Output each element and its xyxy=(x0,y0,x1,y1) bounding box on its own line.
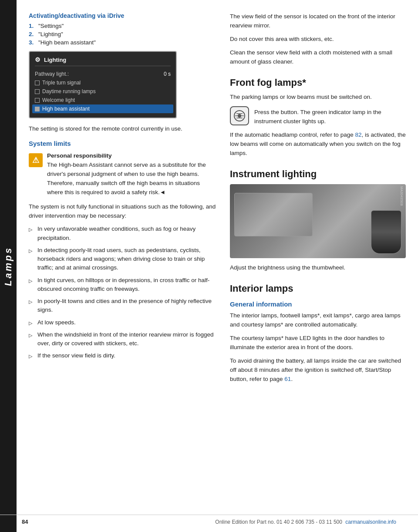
fog-button-text: Press the button. The green indicator la… xyxy=(254,106,406,126)
bullet-list: ▷ In very unfavorable weather conditions… xyxy=(29,225,216,360)
idrive-screen: ⚙ Lighting Pathway light.: 0 s Triple tu… xyxy=(29,51,177,118)
step-1-text: "Settings" xyxy=(38,23,64,29)
footer-edition: Online Edition for Part no. 01 40 2 606 … xyxy=(215,519,396,525)
activating-title: Activating/deactivating via iDrive xyxy=(29,12,216,19)
watermark-text: MA30435EB xyxy=(400,186,404,206)
fog-icon-row: Press the button. The green indicator la… xyxy=(230,106,406,126)
step-2-text: "Lighting" xyxy=(38,31,63,37)
idrive-row-pathway: Pathway light.: 0 s xyxy=(35,70,171,78)
page-footer: 84 Online Edition for Part no. 01 40 2 6… xyxy=(0,515,418,525)
instrument-title: Instrument lighting xyxy=(230,168,406,180)
fog-page-link: 82 xyxy=(355,131,361,138)
instrument-image: MA30435EB xyxy=(230,184,406,258)
fog-lamp-svg xyxy=(233,109,246,122)
bullet-7-text: If the sensor view field is dirty. xyxy=(37,351,115,360)
warning-content: Personal responsibility The High-beam As… xyxy=(47,152,216,197)
idrive-row-daytime-left: Daytime running lamps xyxy=(35,88,96,94)
bullet-arrow-1: ▷ xyxy=(29,226,34,242)
dashboard-image-part xyxy=(234,193,313,236)
sensor-para1: The view field of the sensor is located … xyxy=(230,12,406,30)
right-column: The view field of the sensor is located … xyxy=(230,12,406,388)
fog-para: If the automatic headlamp control, refer… xyxy=(230,131,406,158)
system-para: The system is not fully functional in si… xyxy=(29,202,216,221)
fog-lamps-title: Front fog lamps* xyxy=(230,77,406,88)
triple-label: Triple turn signal xyxy=(42,80,81,86)
bullet-6-text: When the windshield in front of the inte… xyxy=(37,330,216,348)
idrive-row-highbeam-left: High beam assistant xyxy=(35,106,90,112)
welcome-label: Welcome light xyxy=(42,97,75,103)
general-title: General information xyxy=(230,300,406,308)
idrive-row-pathway-left: Pathway light.: xyxy=(35,71,69,77)
bullet-4: ▷ In poorly-lit towns and cities and in … xyxy=(29,297,216,315)
bullet-arrow-7: ▷ xyxy=(29,353,34,360)
step-3-num: 3. xyxy=(29,39,36,46)
highbeam-label: High beam assistant xyxy=(42,106,90,112)
bullet-3-text: In tight curves, on hilltops or in depre… xyxy=(37,276,216,294)
bullet-2-text: In detecting poorly-lit road users, such… xyxy=(37,246,216,273)
thumbwheel-image-part xyxy=(371,210,401,254)
idrive-header-label: Lighting xyxy=(44,57,66,63)
bullet-2: ▷ In detecting poorly-lit road users, su… xyxy=(29,246,216,273)
gear-icon: ⚙ xyxy=(35,56,40,63)
edition-text: Online Edition for Part no. 01 40 2 606 … xyxy=(215,519,342,525)
sensor-para3: Clean the sensor view field with a cloth… xyxy=(230,48,406,67)
system-limits-title: System limits xyxy=(29,140,216,147)
fog-lamp-button-icon xyxy=(230,106,249,125)
steps-list: 1. "Settings" 2. "Lighting" 3. "High bea… xyxy=(29,23,216,46)
sidebar-label: Lamps xyxy=(3,246,14,286)
general-para1: The interior lamps, footwell lamps*, exi… xyxy=(230,311,406,330)
bullet-arrow-6: ▷ xyxy=(29,332,34,348)
setting-stored-text: The setting is stored for the remote con… xyxy=(29,125,216,134)
bullet-3: ▷ In tight curves, on hilltops or in dep… xyxy=(29,276,216,294)
instrument-para: Adjust the brightness using the thumbwhe… xyxy=(230,263,406,273)
idrive-row-triple: Triple turn signal xyxy=(35,78,171,87)
general-para3: To avoid draining the battery, all lamps… xyxy=(230,357,406,384)
footer-site: carmanualsonline.info xyxy=(345,519,396,525)
triple-checkbox xyxy=(35,81,40,85)
bullet-5-text: At low speeds. xyxy=(37,318,76,327)
general-page-link: 61 xyxy=(284,376,291,382)
bullet-1: ▷ In very unfavorable weather conditions… xyxy=(29,225,216,242)
idrive-row-highbeam: High beam assistant xyxy=(32,104,173,113)
general-para2: The courtesy lamps* have LED lights in t… xyxy=(230,334,406,352)
page-number: 84 xyxy=(22,519,28,525)
step-1: 1. "Settings" xyxy=(29,23,216,29)
svg-point-4 xyxy=(238,114,241,118)
bullet-7: ▷ If the sensor view field is dirty. xyxy=(29,351,216,360)
highbeam-checkbox xyxy=(35,107,40,111)
idrive-row-triple-left: Triple turn signal xyxy=(35,80,81,86)
interior-title: Interior lamps xyxy=(230,283,406,294)
warning-box: ⚠ Personal responsibility The High-beam … xyxy=(29,152,216,197)
sensor-para2: Do not cover this area with stickers, et… xyxy=(230,35,406,44)
step-2: 2. "Lighting" xyxy=(29,31,216,37)
idrive-row-welcome: Welcome light xyxy=(35,96,171,104)
step-2-num: 2. xyxy=(29,31,36,37)
step-3: 3. "High beam assistant" xyxy=(29,39,216,46)
left-column: Activating/deactivating via iDrive 1. "S… xyxy=(29,12,216,388)
idrive-header: ⚙ Lighting xyxy=(35,56,171,66)
bullet-arrow-5: ▷ xyxy=(29,320,34,327)
step-1-num: 1. xyxy=(29,23,36,29)
bullet-arrow-4: ▷ xyxy=(29,298,34,315)
fog-intro: The parking lamps or low beams must be s… xyxy=(230,93,406,102)
bullet-arrow-2: ▷ xyxy=(29,247,34,273)
bullet-4-text: In poorly-lit towns and cities and in th… xyxy=(37,297,216,315)
daytime-checkbox xyxy=(35,89,40,94)
warning-body: The High-beam Assistant cannot serve as … xyxy=(47,161,216,197)
daytime-label: Daytime running lamps xyxy=(42,88,96,94)
bullet-5: ▷ At low speeds. xyxy=(29,318,216,327)
bullet-arrow-3: ▷ xyxy=(29,277,34,294)
welcome-checkbox xyxy=(35,98,40,103)
bullet-1-text: In very unfavorable weather conditions, … xyxy=(37,225,216,242)
sidebar: Lamps xyxy=(0,0,17,532)
idrive-pathway-label: Pathway light.: xyxy=(35,71,69,77)
main-content: Activating/deactivating via iDrive 1. "S… xyxy=(17,0,418,401)
step-3-text: "High beam assistant" xyxy=(38,39,96,46)
warning-title: Personal responsibility xyxy=(47,152,216,159)
warning-icon: ⚠ xyxy=(29,153,43,167)
idrive-row-welcome-left: Welcome light xyxy=(35,97,75,103)
bullet-6: ▷ When the windshield in front of the in… xyxy=(29,330,216,348)
idrive-row-daytime: Daytime running lamps xyxy=(35,87,171,96)
idrive-pathway-value: 0 s xyxy=(164,71,171,77)
